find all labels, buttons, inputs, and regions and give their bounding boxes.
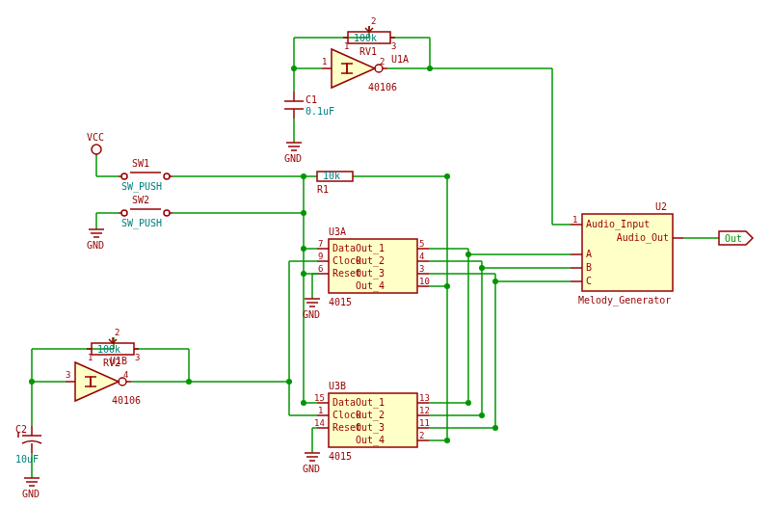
svg-text:GND: GND <box>87 240 104 251</box>
gnd-c2: GND <box>22 478 40 499</box>
svg-text:4: 4 <box>123 370 128 380</box>
svg-text:Out_4: Out_4 <box>356 435 385 446</box>
svg-text:A: A <box>586 249 592 259</box>
svg-text:SW1: SW1 <box>132 158 149 169</box>
svg-text:U1B: U1B <box>110 356 127 366</box>
svg-text:11: 11 <box>419 418 430 428</box>
svg-point-40 <box>286 379 292 385</box>
svg-text:R1: R1 <box>317 184 329 195</box>
svg-text:Out: Out <box>725 233 742 244</box>
gnd-u3b: GND <box>303 453 320 474</box>
svg-text:Out_1: Out_1 <box>356 397 385 409</box>
svg-text:100k: 100k <box>97 344 120 355</box>
svg-text:Out_2: Out_2 <box>356 255 385 267</box>
svg-text:15: 15 <box>314 393 325 403</box>
svg-point-10 <box>301 173 306 179</box>
svg-text:B: B <box>586 262 592 273</box>
svg-point-76 <box>465 400 471 406</box>
svg-text:6: 6 <box>318 264 323 274</box>
svg-text:Out_3: Out_3 <box>356 268 385 279</box>
svg-text:40106: 40106 <box>368 82 397 93</box>
svg-text:4: 4 <box>419 252 424 261</box>
svg-text:SW_PUSH: SW_PUSH <box>121 181 162 193</box>
svg-text:0.1uF: 0.1uF <box>306 106 334 117</box>
rv1: 1 2 3 100k RV1 <box>343 16 396 57</box>
svg-text:1: 1 <box>318 406 323 415</box>
svg-point-78 <box>492 425 498 431</box>
svg-text:RV1: RV1 <box>359 46 377 57</box>
svg-point-52 <box>301 271 306 277</box>
svg-text:1: 1 <box>322 57 327 66</box>
svg-text:Out_2: Out_2 <box>356 410 385 421</box>
schematic-canvas: VCC GND GND GND GND GND SW1 <box>0 0 771 532</box>
svg-text:U1A: U1A <box>391 54 409 65</box>
svg-text:GND: GND <box>303 464 320 474</box>
vcc-symbol: VCC <box>87 132 104 155</box>
svg-text:3: 3 <box>419 264 424 274</box>
svg-text:GND: GND <box>303 309 320 320</box>
sw2: SW2 SW_PUSH <box>119 195 173 229</box>
svg-point-74 <box>479 265 485 271</box>
svg-text:2: 2 <box>115 328 120 337</box>
out-label: Out <box>719 231 753 245</box>
svg-text:100k: 100k <box>354 33 377 43</box>
svg-text:13: 13 <box>419 393 430 403</box>
svg-text:14: 14 <box>314 418 325 428</box>
svg-text:10k: 10k <box>323 171 340 181</box>
svg-point-79 <box>444 438 450 443</box>
svg-text:GND: GND <box>22 489 40 499</box>
vcc-label: VCC <box>87 132 104 143</box>
svg-text:Audio_Input: Audio_Input <box>586 219 650 230</box>
svg-text:SW_PUSH: SW_PUSH <box>121 218 162 229</box>
u2: U2 Melody_Generator 1 Audio_Input A B C … <box>571 201 683 306</box>
svg-point-80 <box>444 173 450 179</box>
svg-text:10: 10 <box>419 277 430 286</box>
svg-text:Melody_Generator: Melody_Generator <box>578 295 671 306</box>
svg-text:3: 3 <box>135 353 140 362</box>
svg-text:1: 1 <box>572 215 577 225</box>
svg-text:1: 1 <box>344 41 349 51</box>
svg-text:2: 2 <box>380 57 385 66</box>
svg-text:U3B: U3B <box>329 381 346 391</box>
svg-text:U3A: U3A <box>329 226 346 237</box>
svg-text:Out_1: Out_1 <box>356 243 385 254</box>
gnd-c1: GND <box>284 143 302 164</box>
svg-point-73 <box>465 252 471 257</box>
svg-text:SW2: SW2 <box>132 195 149 205</box>
svg-text:C1: C1 <box>306 94 317 105</box>
svg-text:10uF: 10uF <box>15 454 39 465</box>
svg-point-111 <box>121 210 127 216</box>
c1: C1 0.1uF <box>284 92 334 119</box>
gnd-sw2: GND <box>87 229 104 251</box>
svg-text:Data: Data <box>332 243 356 253</box>
svg-text:40106: 40106 <box>112 395 141 406</box>
r1: 10k R1 <box>317 171 353 195</box>
svg-text:3: 3 <box>391 41 396 51</box>
sw1: SW1 SW_PUSH <box>119 158 173 193</box>
svg-text:C: C <box>586 276 592 286</box>
u3a: U3A 4015 7 9 6 Data Clock Reset Out_1 Ou… <box>317 226 430 307</box>
gnd-u3a: GND <box>303 299 320 320</box>
svg-text:Out_3: Out_3 <box>356 422 385 434</box>
svg-text:GND: GND <box>284 153 302 164</box>
svg-text:1: 1 <box>88 353 93 362</box>
svg-point-11 <box>301 210 306 216</box>
svg-point-112 <box>164 210 170 216</box>
svg-text:2: 2 <box>371 16 376 26</box>
svg-point-75 <box>492 279 498 284</box>
svg-text:9: 9 <box>318 252 323 261</box>
svg-text:7: 7 <box>318 239 323 249</box>
svg-text:3: 3 <box>66 370 70 380</box>
u3b: U3B 4015 15 1 14 Data Clock Reset Out_1 … <box>314 381 430 462</box>
svg-text:4015: 4015 <box>329 451 352 462</box>
svg-point-82 <box>92 145 101 154</box>
svg-point-77 <box>479 412 485 418</box>
svg-point-105 <box>164 173 170 179</box>
svg-text:12: 12 <box>419 406 430 415</box>
wires <box>29 26 571 478</box>
svg-text:Out_4: Out_4 <box>356 280 385 292</box>
svg-text:C2: C2 <box>15 424 27 435</box>
c2: C2 10uF <box>15 424 41 465</box>
svg-text:2: 2 <box>419 431 424 440</box>
svg-text:Data: Data <box>332 397 356 408</box>
